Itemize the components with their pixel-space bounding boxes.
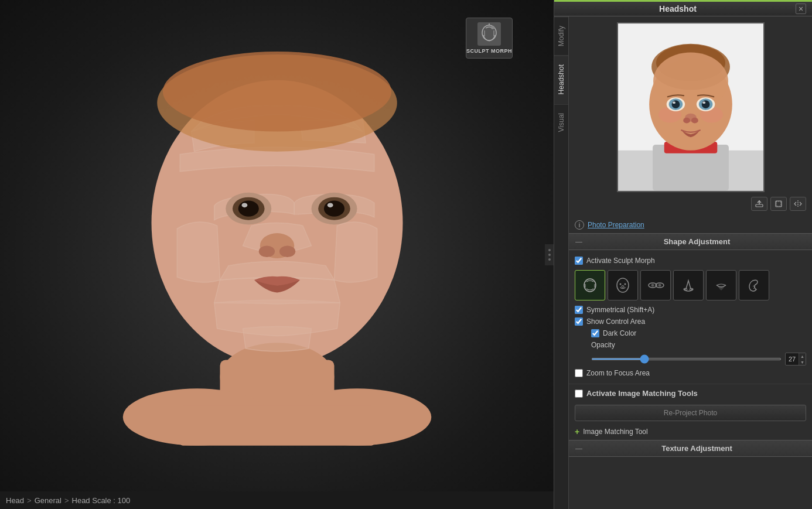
svg-point-42 [702,101,705,104]
export-photo-button[interactable] [751,197,767,211]
breadcrumb-general: General [35,496,62,505]
breadcrumb-sep1: > [27,496,32,505]
handle-dot [548,258,551,261]
texture-adjustment-title: Texture Adjustment [588,444,806,453]
morph-mouth-button[interactable] [706,270,736,300]
activate-sculpt-morph-label[interactable]: Activate Sculpt Morph [586,257,655,265]
zoom-to-focus-checkbox[interactable] [575,369,583,377]
morph-eyes-button[interactable] [640,270,671,300]
svg-rect-48 [776,201,782,207]
svg-rect-50 [776,201,781,206]
panel-title: Headshot [560,4,796,13]
title-bar: Headshot × [554,0,812,16]
flip-photo-button[interactable] [790,197,806,211]
activate-sculpt-morph-row: Activate Sculpt Morph [575,255,806,267]
panel-content: i Photo Preparation — Shape Adjustment A… [569,16,812,509]
viewport[interactable]: SCULPT MORPH Head > General > Head Scale… [0,0,554,509]
morph-face-button[interactable] [608,270,638,300]
breadcrumb-head-scale: Head Scale [72,496,111,505]
show-control-area-checkbox[interactable] [575,317,583,326]
photo-area [569,16,812,217]
tab-headshot[interactable]: Headshot [554,55,568,103]
svg-point-44 [683,118,690,124]
sculpt-morph-button[interactable]: SCULPT MORPH [466,18,513,59]
opacity-spin-buttons: ▲ ▼ [799,353,806,365]
texture-collapse-button[interactable]: — [575,445,583,453]
close-button[interactable]: × [796,4,806,14]
breadcrumb-value: 100 [118,496,131,505]
shape-adjustment-content: Activate Sculpt Morph [569,250,812,384]
opacity-label: Opacity [591,341,620,349]
opacity-value-box: 27 ▲ ▼ [785,353,806,365]
svg-point-8 [238,200,258,216]
svg-rect-5 [180,406,374,446]
svg-rect-46 [756,204,763,207]
svg-line-49 [777,202,780,206]
sculpt-morph-icon [477,22,501,46]
activate-image-matching-checkbox[interactable] [575,390,583,398]
baby-photo [618,22,763,192]
photo-container [617,22,765,192]
dark-color-checkbox[interactable] [591,329,599,337]
status-bar: Head > General > Head Scale : 100 [0,491,554,509]
svg-point-16 [279,246,295,258]
breadcrumb-head: Head [6,496,24,505]
symmetrical-row: Symmetrical (Shift+A) [575,304,806,316]
morph-ear-button[interactable] [739,270,769,300]
sculpt-morph-label: SCULPT MORPH [466,48,512,54]
svg-point-15 [258,246,274,258]
zoom-to-focus-row: Zoom to Focus Area [575,367,806,379]
reproject-photo-button[interactable]: Re-Project Photo [575,405,806,421]
svg-point-13 [327,203,333,207]
svg-point-20 [491,26,494,29]
morph-nose-button[interactable] [673,270,704,300]
crop-photo-button[interactable] [770,197,787,211]
zoom-to-focus-label[interactable]: Zoom to Focus Area [586,369,650,377]
morph-head-button[interactable] [575,270,605,300]
opacity-value: 27 [789,356,796,363]
baby-head-canvas [0,0,554,491]
handle-dot [548,254,551,256]
activate-image-matching-label[interactable]: Activate Image Matching Tools [586,389,698,398]
photo-prep-link[interactable]: Photo Preparation [588,221,644,229]
svg-point-18 [163,52,391,132]
svg-point-38 [673,101,675,104]
opacity-slider-row: 27 ▲ ▼ [591,351,806,367]
svg-point-45 [691,118,698,124]
opacity-row: Opacity [591,339,806,351]
main-content: Modify Headshot Visual [554,16,812,509]
opacity-increment-button[interactable]: ▲ [799,353,806,359]
symmetrical-label[interactable]: Symmetrical (Shift+A) [586,306,654,314]
opacity-slider[interactable] [591,358,782,360]
svg-point-56 [620,283,622,285]
tab-visual[interactable]: Visual [554,104,568,141]
symmetrical-checkbox[interactable] [575,306,583,314]
image-matching-plus-icon: + [575,427,579,436]
breadcrumb-colon: : [111,496,118,505]
photo-prep-info-icon[interactable]: i [575,220,584,230]
activate-sculpt-morph-checkbox[interactable] [575,257,583,265]
image-matching-tool-row[interactable]: + Image Matching Tool [569,423,812,440]
shape-adjustment-title: Shape Adjustment [588,237,806,246]
shape-collapse-button[interactable]: — [575,238,583,246]
show-control-area-row: Show Control Area [575,316,806,327]
tab-modify[interactable]: Modify [554,16,568,55]
photo-prep-row: i Photo Preparation [569,217,812,233]
morph-icons-row [575,267,806,304]
opacity-decrement-button[interactable]: ▼ [799,359,806,365]
svg-point-58 [622,286,624,288]
breadcrumb-sep2: > [64,496,69,505]
texture-adjustment-header: — Texture Adjustment [569,440,812,457]
show-control-area-label[interactable]: Show Control Area [586,317,645,326]
viewport-handle[interactable] [545,244,554,265]
dark-color-label[interactable]: Dark Color [603,329,636,337]
handle-dot [548,249,551,251]
baby-head-svg [78,6,476,463]
photo-controls [575,197,806,211]
dark-color-indent: Dark Color Opacity 27 ▲ ▼ [575,327,806,367]
svg-point-32 [653,53,728,110]
svg-point-57 [625,283,626,285]
svg-point-60 [651,284,654,287]
image-matching-tool-label: Image Matching Tool [583,428,648,436]
svg-point-62 [659,284,661,287]
